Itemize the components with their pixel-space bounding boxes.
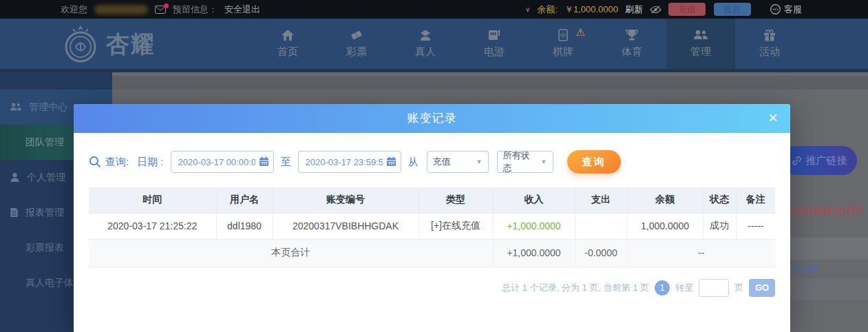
balance-value: ￥1,000.0000 xyxy=(564,3,618,16)
col-expense[interactable]: 支出 xyxy=(575,187,627,213)
users-icon xyxy=(693,29,708,41)
sidebar-item-label: 彩票报表 xyxy=(25,242,64,254)
welcome-label: 欢迎您 xyxy=(61,3,87,16)
from-label: 从 xyxy=(408,156,419,169)
search-icon xyxy=(89,156,101,168)
cell-type: [+]在线充值 xyxy=(419,213,493,239)
main-nav: 杏耀 首页 彩票 真人 电游 ⚠ 中 棋牌 xyxy=(0,19,868,72)
sidebar-item-label: 真人电子体 xyxy=(25,277,74,289)
reserved-info-label: 预留信息： xyxy=(173,3,218,16)
col-remark[interactable]: 备注 xyxy=(736,187,775,213)
col-type[interactable]: 类型 xyxy=(419,187,493,213)
logout-link[interactable]: 安全退出 xyxy=(224,3,260,16)
user-icon xyxy=(10,172,20,183)
topbar-right: ∨ 余额: ￥1,000.0000 刷新 充值 提款 客服 xyxy=(525,3,868,16)
sidebar-item-label: 报表管理 xyxy=(25,207,64,219)
date-to-field xyxy=(298,151,401,173)
link-icon xyxy=(792,156,802,166)
nav-label: 管理 xyxy=(690,45,711,59)
nav-item-live[interactable]: 真人 xyxy=(391,19,460,69)
nav-label: 彩票 xyxy=(346,45,367,59)
col-time[interactable]: 时间 xyxy=(89,187,216,213)
status-select-value: 所有状态 xyxy=(503,149,537,174)
chevron-down-icon: ▼ xyxy=(541,158,547,165)
sidebar-item-label: 管理中心 xyxy=(29,101,67,114)
topbar: 欢迎您 预留信息： 安全退出 ∨ 余额: ￥1,000.0000 刷新 充值 提… xyxy=(0,0,868,19)
account-change-table: 时间 用户名 账变编号 类型 收入 支出 余额 状态 备注 2020-03-17… xyxy=(89,187,775,267)
nav-label: 活动 xyxy=(759,45,780,59)
to-label: 至 xyxy=(281,156,291,169)
goto-label: 转至 xyxy=(675,282,693,294)
summary-expense: -0.0000 xyxy=(575,239,627,267)
nav-item-sports[interactable]: 体育 xyxy=(597,19,666,69)
message-icon[interactable] xyxy=(155,6,166,14)
pagination: 总计 1 个记录, 分为 1 页, 当前第 1 页 1 转至 页 GO xyxy=(89,279,775,297)
cell-change-no: 20200317VBIBHHGDAK xyxy=(273,213,419,239)
logo-emblem-icon xyxy=(61,24,100,65)
home-icon xyxy=(281,29,295,41)
recharge-button[interactable]: 充值 xyxy=(668,3,706,16)
col-username[interactable]: 用户名 xyxy=(216,187,273,213)
nav-item-home[interactable]: 首页 xyxy=(253,19,322,69)
nav-label: 电游 xyxy=(484,45,505,59)
goto-page-input[interactable] xyxy=(699,279,729,297)
col-income[interactable]: 收入 xyxy=(493,187,575,213)
logo-text: 杏耀 xyxy=(106,29,156,61)
blurred-username xyxy=(94,5,148,14)
gift-icon xyxy=(763,29,776,41)
nav-label: 棋牌 xyxy=(553,45,573,59)
promo-link-label: 推广链接 xyxy=(806,154,847,167)
col-balance[interactable]: 余额 xyxy=(627,187,703,213)
date-label: 日期 : xyxy=(137,156,163,169)
page-unit-label: 页 xyxy=(734,282,743,294)
search-button[interactable]: 查询 xyxy=(567,150,621,174)
nav-item-boardgames[interactable]: ⚠ 中 棋牌 xyxy=(529,19,597,69)
background-toolbar xyxy=(112,76,868,90)
cell-status: 成功 xyxy=(703,213,736,239)
eye-slash-icon[interactable] xyxy=(650,6,661,14)
promo-link-button[interactable]: 推广链接 xyxy=(781,146,857,175)
slot-machine-icon xyxy=(487,29,501,41)
sort-hint-text: 点击标题修改排序 xyxy=(785,205,862,217)
live-person-icon xyxy=(419,29,432,41)
chevron-down-icon[interactable]: ∨ xyxy=(525,6,530,13)
refresh-link[interactable]: 刷新 xyxy=(625,3,643,16)
go-button[interactable]: GO xyxy=(749,279,775,297)
nav-item-manage[interactable]: 管理 xyxy=(666,19,735,69)
cell-time: 2020-03-17 21:25:22 xyxy=(89,213,216,239)
close-icon[interactable]: × xyxy=(765,104,781,133)
nav-items: 首页 彩票 真人 电游 ⚠ 中 棋牌 体育 xyxy=(253,19,804,69)
app-root: 欢迎您 预留信息： 安全退出 ∨ 余额: ￥1,000.0000 刷新 充值 提… xyxy=(0,0,868,332)
modal-body: 查询: 日期 : 至 从 充值 ▼ 所有状态 ▼ xyxy=(74,150,790,297)
summary-rest: -- xyxy=(627,239,775,267)
account-change-link-partial[interactable]: 变记录 xyxy=(790,263,819,276)
type-select-value: 充值 xyxy=(433,156,451,168)
type-select[interactable]: 充值 ▼ xyxy=(427,151,489,173)
report-icon xyxy=(10,207,19,218)
col-change-no[interactable]: 账变编号 xyxy=(273,187,419,213)
withdraw-button[interactable]: 提款 xyxy=(714,3,751,16)
page-1-button[interactable]: 1 xyxy=(655,280,670,295)
summary-label: 本页合计 xyxy=(89,239,493,267)
table-header-row: 时间 用户名 账变编号 类型 收入 支出 余额 状态 备注 xyxy=(89,187,775,213)
cell-username: ddl1980 xyxy=(216,213,273,239)
site-logo[interactable]: 杏耀 xyxy=(61,24,156,65)
ticket-icon xyxy=(350,29,363,41)
cell-expense xyxy=(575,213,627,239)
customer-service-link[interactable]: 客服 xyxy=(770,3,802,16)
chat-icon xyxy=(770,4,781,14)
trophy-icon xyxy=(625,29,639,41)
status-select[interactable]: 所有状态 ▼ xyxy=(497,151,553,173)
modal-header: 账变记录 × xyxy=(74,104,790,133)
nav-item-lottery[interactable]: 彩票 xyxy=(322,19,391,69)
query-label: 查询: xyxy=(105,156,129,169)
users-icon xyxy=(10,102,22,112)
nav-item-egames[interactable]: 电游 xyxy=(460,19,529,69)
col-status[interactable]: 状态 xyxy=(703,187,736,213)
cell-balance: 1,000.0000 xyxy=(627,213,703,239)
search-filter-row: 查询: 日期 : 至 从 充值 ▼ 所有状态 ▼ xyxy=(89,150,775,174)
nav-label: 体育 xyxy=(622,45,642,59)
calendar-icon xyxy=(259,156,269,167)
nav-label: 真人 xyxy=(415,45,436,59)
nav-item-activity[interactable]: 活动 xyxy=(735,19,804,69)
